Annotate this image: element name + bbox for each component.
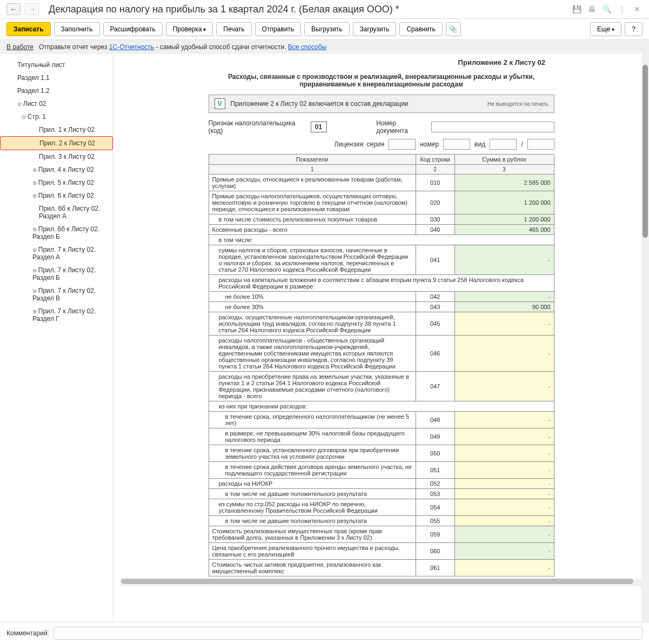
sum-cell[interactable]: - <box>454 489 554 499</box>
back-button[interactable]: ← <box>6 3 21 15</box>
th-sum: Сумма в рублях <box>454 155 554 165</box>
sum-cell[interactable]: - <box>454 245 554 275</box>
docnum-label: Номер документа <box>376 119 427 135</box>
tree-list-02[interactable]: Лист 02 <box>0 97 113 110</box>
tree-app7-g[interactable]: Прил. 7 к Листу 02. Раздел Г <box>0 305 113 325</box>
preview-icon[interactable]: 🔍 <box>601 4 612 15</box>
license-num-input[interactable] <box>443 139 470 150</box>
indicator-cell: расходы на НИОКР <box>209 479 416 489</box>
tree-app4[interactable]: Прил. 4 к Листу 02 <box>0 163 113 176</box>
sum-cell[interactable]: - <box>454 428 554 445</box>
send-button[interactable]: Отправить <box>255 22 302 36</box>
forward-button[interactable]: → <box>25 3 39 15</box>
help-button[interactable]: ? <box>625 22 643 36</box>
sum-cell[interactable]: 1 200 000 <box>454 214 554 225</box>
tree-app6b-b[interactable]: Прил. 6б к Листу 02. Раздел Б <box>0 223 113 243</box>
code-cell: 040 <box>416 225 454 235</box>
sum-cell[interactable]: 465 000 <box>454 225 554 235</box>
code-cell: 020 <box>416 191 454 214</box>
tree-section-1-2[interactable]: Раздел 1.2 <box>0 84 113 97</box>
code-cell: 060 <box>416 543 454 560</box>
print-button[interactable]: Печать <box>216 22 251 36</box>
decode-button[interactable]: Расшифровать <box>103 22 163 36</box>
tree-page-1[interactable]: Стр. 1 <box>0 110 113 123</box>
tree-app2[interactable]: Прил. 2 к Листу 02 <box>0 136 113 150</box>
sum-cell[interactable]: 2 585 000 <box>454 175 554 191</box>
window-title: Декларация по налогу на прибыль за 1 ква… <box>49 4 567 15</box>
status-link[interactable]: В работе <box>6 43 34 51</box>
compare-button[interactable]: Сравнить <box>399 22 442 36</box>
tree-app7-b[interactable]: Прил. 7 к Листу 02. Раздел Б <box>0 264 113 284</box>
tree-app7-v[interactable]: Прил. 7 к Листу 02. Раздел В <box>0 284 113 305</box>
comment-input[interactable] <box>53 627 643 640</box>
indicator-cell: в течение срока, установленного договоро… <box>209 445 416 462</box>
indicator-cell: в том числе не давшие положительного рез… <box>209 516 416 526</box>
indicator-cell: Стоимость чистых активов предприятия, ре… <box>209 560 416 576</box>
code-cell: 042 <box>416 292 454 302</box>
sum-cell[interactable]: - <box>454 445 554 462</box>
tree-app6[interactable]: Прил. 6 к Листу 02 <box>0 189 113 202</box>
tree-app5[interactable]: Прил. 5 к Листу 02 <box>0 176 113 189</box>
indicator-cell: не более 30% <box>209 302 416 312</box>
sum-cell[interactable]: 90 000 <box>454 302 554 312</box>
save-icon[interactable]: 💾 <box>571 4 582 15</box>
taxpayer-code-label: Признак налогоплательщика (код) <box>209 119 306 135</box>
check-button[interactable]: Проверка <box>166 22 213 36</box>
sum-cell[interactable]: - <box>454 560 554 576</box>
table-row: суммы налогов и сборов, страховых взносо… <box>209 245 554 275</box>
upload-button[interactable]: Выгрузить <box>304 22 350 36</box>
include-checkbox[interactable]: V <box>215 98 225 109</box>
sum-cell[interactable]: - <box>454 462 554 479</box>
sum-cell[interactable]: - <box>454 499 554 516</box>
more-button[interactable]: Еще <box>590 22 621 36</box>
sum-cell[interactable]: - <box>454 543 554 560</box>
indicator-cell: Косвенные расходы - всего <box>209 225 416 235</box>
sum-cell[interactable]: - <box>454 526 554 543</box>
indicator-cell: в течение срока, определенного налогопла… <box>209 412 416 428</box>
table-row: не более 30%04390 000 <box>209 302 554 312</box>
sum-cell[interactable]: 1 200 000 <box>454 191 554 214</box>
vertical-scrollbar[interactable] <box>641 54 649 622</box>
tree-app3[interactable]: Прил. 3 к Листу 02 <box>0 150 113 163</box>
tree-app6b-a[interactable]: Прил. 6б к Листу 02. Раздел А <box>0 202 113 223</box>
taxpayer-code-value[interactable]: 01 <box>311 122 327 132</box>
comment-label: Комментарий: <box>6 629 49 637</box>
attach-button[interactable]: 📎 <box>446 22 461 36</box>
table-row: Прямые расходы налогоплательщиков, осуще… <box>209 191 554 214</box>
sum-cell[interactable]: - <box>454 479 554 489</box>
doc-main-title: Расходы, связанные с производством и реа… <box>209 71 554 95</box>
code-cell: 043 <box>416 302 454 312</box>
tree-app7-a[interactable]: Прил. 7 к Листу 02. Раздел А <box>0 243 113 264</box>
link-allways[interactable]: Все способы <box>288 43 327 51</box>
sum-cell[interactable]: - <box>454 292 554 302</box>
code-cell: 052 <box>416 479 454 489</box>
license-type2-input[interactable] <box>527 139 554 150</box>
tree-app1[interactable]: Прил. 1 к Листу 02 <box>0 123 113 136</box>
doc-appendix-title: Приложение 2 к Листу 02 <box>120 54 643 71</box>
sum-cell[interactable]: - <box>454 312 554 336</box>
tree-section-1-1[interactable]: Раздел 1.1 <box>0 71 113 84</box>
sum-cell[interactable]: - <box>454 336 554 372</box>
sum-cell[interactable]: - <box>454 412 554 428</box>
sum-cell[interactable]: - <box>454 516 554 526</box>
license-series-input[interactable] <box>389 139 416 150</box>
fill-button[interactable]: Заполнить <box>54 22 100 36</box>
docnum-input[interactable] <box>431 122 554 132</box>
license-type1-input[interactable] <box>490 139 517 150</box>
table-row: в размере, не превышающем 30% налоговой … <box>209 428 554 445</box>
close-icon[interactable]: ✕ <box>632 4 643 15</box>
sum-cell[interactable]: - <box>454 372 554 401</box>
table-row: Стоимость чистых активов предприятия, ре… <box>209 560 554 576</box>
download-button[interactable]: Загрузить <box>353 22 397 36</box>
table-row: в том числе не давшие положительного рез… <box>209 516 554 526</box>
tree-title-page[interactable]: Титульный лист <box>0 58 113 71</box>
horizontal-scrollbar[interactable] <box>120 579 643 586</box>
table-row: расходы налогоплательщиков - общественны… <box>209 336 554 372</box>
include-label: Приложение 2 к Листу 02 включается в сос… <box>231 100 409 108</box>
link-1c[interactable]: 1С-Отчетность <box>109 43 154 51</box>
menu-icon[interactable]: ⋮ <box>617 4 627 15</box>
print-icon[interactable]: 🖶 <box>586 4 597 15</box>
save-button[interactable]: Записать <box>6 22 51 36</box>
code-cell: 048 <box>416 412 454 428</box>
indicator-cell: Стоимость реализованных имущественных пр… <box>209 526 416 543</box>
